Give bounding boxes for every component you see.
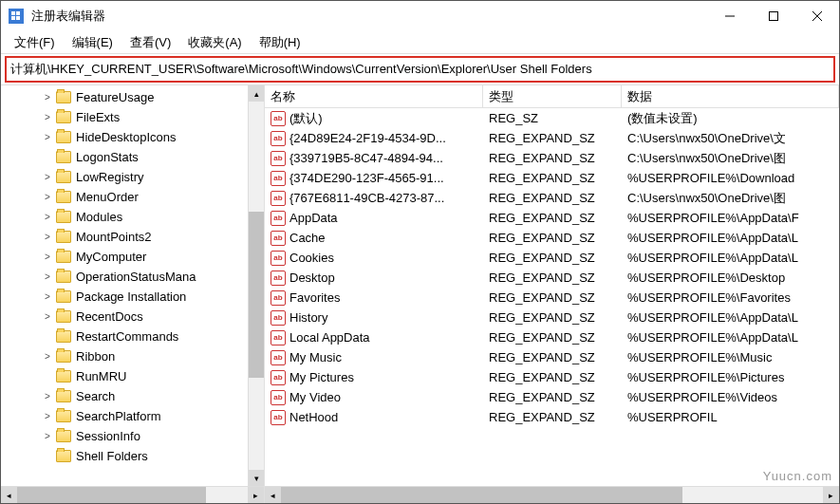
minimize-button[interactable] xyxy=(708,1,752,31)
value-row[interactable]: ab{24D89E24-2F19-4534-9D...REG_EXPAND_SZ… xyxy=(265,128,839,148)
tree-expander-icon[interactable]: > xyxy=(41,290,54,304)
tree-node[interactable]: RestartCommands xyxy=(1,327,248,346)
string-value-icon: ab xyxy=(271,310,286,326)
tree-node[interactable]: >SearchPlatform xyxy=(1,406,248,426)
value-row[interactable]: abCookiesREG_EXPAND_SZ%USERPROFILE%\AppD… xyxy=(265,248,839,268)
column-header-type[interactable]: 类型 xyxy=(483,85,622,107)
tree-expander-icon[interactable]: > xyxy=(41,111,54,124)
window-controls xyxy=(708,1,839,31)
tree-expander-icon[interactable]: > xyxy=(41,171,54,184)
value-row[interactable]: ab{767E6811-49CB-4273-87...REG_EXPAND_SZ… xyxy=(265,188,839,208)
tree-expander-icon[interactable] xyxy=(41,370,54,383)
scroll-thumb-h[interactable] xyxy=(281,487,682,503)
close-button[interactable] xyxy=(795,1,839,31)
tree-expander-icon[interactable]: > xyxy=(41,91,54,104)
scroll-track-h[interactable] xyxy=(17,487,248,503)
scroll-right-button[interactable]: ▸ xyxy=(248,487,264,503)
value-row[interactable]: ab{339719B5-8C47-4894-94...REG_EXPAND_SZ… xyxy=(265,148,839,168)
string-value-icon: ab xyxy=(271,191,286,206)
tree-node[interactable]: >SessionInfo xyxy=(1,426,248,446)
tree-expander-icon[interactable]: > xyxy=(41,211,54,224)
tree-scrollbar-horizontal[interactable]: ◂ ▸ xyxy=(1,486,264,503)
tree-node[interactable]: LogonStats xyxy=(1,147,248,167)
menubar: 文件(F) 编辑(E) 查看(V) 收藏夹(A) 帮助(H) xyxy=(1,31,839,54)
tree-expander-icon[interactable]: > xyxy=(41,390,54,403)
menu-view[interactable]: 查看(V) xyxy=(122,32,178,53)
scroll-track-v[interactable] xyxy=(249,102,264,470)
tree-expander-icon[interactable]: > xyxy=(41,310,54,324)
folder-icon xyxy=(56,231,71,243)
registry-editor-window: 注册表编辑器 文件(F) 编辑(E) 查看(V) 收藏夹(A) 帮助(H) 计算… xyxy=(0,0,840,504)
value-name-text: Local AppData xyxy=(289,330,370,345)
maximize-button[interactable] xyxy=(752,1,795,31)
tree-node[interactable]: >HideDesktopIcons xyxy=(1,127,248,147)
tree-node[interactable]: >FileExts xyxy=(1,107,248,127)
cell-name: abFavorites xyxy=(265,290,483,306)
tree-expander-icon[interactable] xyxy=(41,450,54,463)
cell-name: abNetHood xyxy=(265,410,483,425)
list-body[interactable]: ab(默认)REG_SZ(数值未设置)ab{24D89E24-2F19-4534… xyxy=(265,108,839,486)
value-row[interactable]: abAppDataREG_EXPAND_SZ%USERPROFILE%\AppD… xyxy=(265,208,839,228)
tree-expander-icon[interactable]: > xyxy=(41,350,54,364)
tree-node[interactable]: >Modules xyxy=(1,207,248,227)
tree-node[interactable]: >MenuOrder xyxy=(1,187,248,207)
column-header-name[interactable]: 名称 xyxy=(265,85,483,107)
tree-expander-icon[interactable] xyxy=(41,330,54,344)
tree-node[interactable]: >Package Installation xyxy=(1,287,248,307)
scroll-thumb-v[interactable] xyxy=(249,212,264,378)
scroll-left-button[interactable]: ◂ xyxy=(1,487,17,503)
value-row[interactable]: ab{374DE290-123F-4565-91...REG_EXPAND_SZ… xyxy=(265,168,839,188)
value-row[interactable]: abHistoryREG_EXPAND_SZ%USERPROFILE%\AppD… xyxy=(265,308,839,327)
list-scrollbar-horizontal[interactable]: ◂ ▸ xyxy=(265,486,839,503)
tree-node[interactable]: >LowRegistry xyxy=(1,167,248,187)
column-header-data[interactable]: 数据 xyxy=(622,85,839,107)
scroll-right-button[interactable]: ▸ xyxy=(823,487,839,503)
tree-node[interactable]: >Ribbon xyxy=(1,346,248,366)
cell-type: REG_EXPAND_SZ xyxy=(483,310,622,325)
tree-node[interactable]: >FeatureUsage xyxy=(1,87,248,107)
tree-node[interactable]: >OperationStatusMana xyxy=(1,267,248,287)
tree-node[interactable]: RunMRU xyxy=(1,366,248,386)
value-row[interactable]: abLocal AppDataREG_EXPAND_SZ%USERPROFILE… xyxy=(265,327,839,347)
value-name-text: (默认) xyxy=(289,110,323,127)
address-bar[interactable]: 计算机\HKEY_CURRENT_USER\Software\Microsoft… xyxy=(5,56,835,83)
value-row[interactable]: abNetHoodREG_EXPAND_SZ%USERPROFIL xyxy=(265,407,839,427)
tree-pane[interactable]: >FeatureUsage>FileExts>HideDesktopIconsL… xyxy=(1,85,248,486)
value-row[interactable]: ab(默认)REG_SZ(数值未设置) xyxy=(265,108,839,128)
scroll-down-button[interactable]: ▾ xyxy=(249,470,264,486)
menu-favorites[interactable]: 收藏夹(A) xyxy=(180,32,249,53)
tree-node[interactable]: >MountPoints2 xyxy=(1,227,248,247)
titlebar[interactable]: 注册表编辑器 xyxy=(1,1,839,31)
value-row[interactable]: abMy MusicREG_EXPAND_SZ%USERPROFILE%\Mus… xyxy=(265,347,839,367)
tree-expander-icon[interactable]: > xyxy=(41,410,54,423)
tree-expander-icon[interactable]: > xyxy=(41,251,54,264)
tree-expander-icon[interactable]: > xyxy=(41,131,54,144)
tree-expander-icon[interactable]: > xyxy=(41,191,54,204)
value-row[interactable]: abCacheREG_EXPAND_SZ%USERPROFILE%\AppDat… xyxy=(265,228,839,248)
tree-node[interactable]: >RecentDocs xyxy=(1,307,248,327)
scroll-track-h[interactable] xyxy=(281,487,823,503)
tree-expander-icon[interactable]: > xyxy=(41,430,54,443)
cell-type: REG_EXPAND_SZ xyxy=(483,390,622,404)
value-row[interactable]: abMy PicturesREG_EXPAND_SZ%USERPROFILE%\… xyxy=(265,367,839,387)
folder-icon xyxy=(56,450,71,462)
tree-node[interactable]: >Search xyxy=(1,386,248,406)
tree-label: SearchPlatform xyxy=(76,409,161,423)
value-row[interactable]: abDesktopREG_EXPAND_SZ%USERPROFILE%\Desk… xyxy=(265,268,839,288)
menu-file[interactable]: 文件(F) xyxy=(7,32,63,53)
tree-expander-icon[interactable] xyxy=(41,151,54,164)
value-name-text: {24D89E24-2F19-4534-9D... xyxy=(289,131,446,145)
menu-edit[interactable]: 编辑(E) xyxy=(65,32,121,53)
tree-node[interactable]: Shell Folders xyxy=(1,446,248,466)
tree-expander-icon[interactable]: > xyxy=(41,231,54,244)
scroll-thumb-h[interactable] xyxy=(17,487,206,503)
scroll-up-button[interactable]: ▴ xyxy=(249,85,264,102)
value-row[interactable]: abMy VideoREG_EXPAND_SZ%USERPROFILE%\Vid… xyxy=(265,387,839,407)
tree-node[interactable]: >MyComputer xyxy=(1,247,248,267)
value-row[interactable]: abFavoritesREG_EXPAND_SZ%USERPROFILE%\Fa… xyxy=(265,288,839,308)
tree-expander-icon[interactable]: > xyxy=(41,271,54,284)
tree-scrollbar-vertical[interactable]: ▴ ▾ xyxy=(248,85,264,486)
menu-help[interactable]: 帮助(H) xyxy=(252,32,308,53)
folder-icon xyxy=(56,350,71,363)
scroll-left-button[interactable]: ◂ xyxy=(265,487,281,503)
